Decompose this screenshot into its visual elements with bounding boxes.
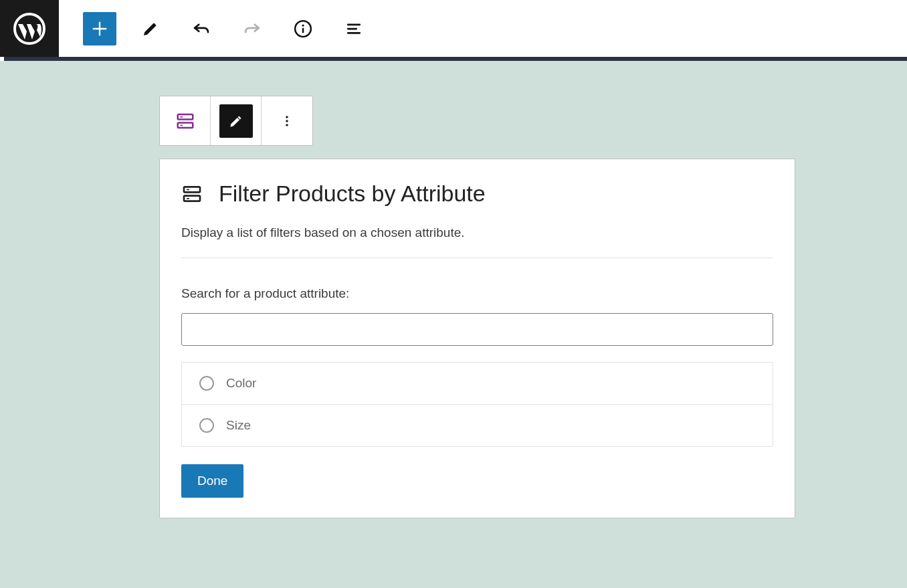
svg-point-2 <box>302 24 304 26</box>
svg-rect-7 <box>180 124 183 126</box>
info-icon <box>293 19 313 39</box>
plus-icon <box>90 19 109 38</box>
pencil-icon <box>227 112 245 130</box>
attribute-option[interactable]: Size <box>182 405 773 446</box>
tools-button[interactable] <box>134 12 167 45</box>
attribute-search-input[interactable] <box>181 313 773 346</box>
block-type-button[interactable] <box>160 96 211 145</box>
svg-point-8 <box>286 116 288 118</box>
undo-icon <box>191 19 211 39</box>
done-button[interactable]: Done <box>181 464 243 498</box>
editor-toolbar <box>59 12 371 45</box>
filter-block-icon <box>175 111 195 131</box>
svg-rect-3 <box>302 27 304 33</box>
svg-rect-4 <box>177 114 193 120</box>
svg-point-10 <box>286 124 288 126</box>
block-edit-button[interactable] <box>211 96 262 145</box>
search-label: Search for a product attribute: <box>181 286 773 301</box>
block-description: Display a list of filters based on a cho… <box>181 225 773 240</box>
add-block-button[interactable] <box>83 12 116 45</box>
outline-button[interactable] <box>337 12 371 45</box>
svg-rect-14 <box>187 198 189 199</box>
svg-point-9 <box>286 120 288 122</box>
wordpress-logo[interactable] <box>0 0 59 57</box>
svg-rect-12 <box>187 189 189 190</box>
attribute-option-label: Size <box>226 418 251 433</box>
wordpress-icon <box>13 13 45 45</box>
block-placeholder-card: Filter Products by Attribute Display a l… <box>159 159 795 518</box>
attribute-radio[interactable] <box>199 376 214 391</box>
editor-canvas: Filter Products by Attribute Display a l… <box>0 61 907 588</box>
svg-rect-11 <box>184 187 200 192</box>
undo-button[interactable] <box>185 12 218 45</box>
svg-rect-13 <box>184 195 200 201</box>
redo-button[interactable] <box>235 12 269 45</box>
attribute-option-label: Color <box>226 376 256 391</box>
filter-block-icon <box>181 183 203 205</box>
svg-rect-6 <box>177 122 193 128</box>
block-header: Filter Products by Attribute <box>181 181 773 207</box>
svg-rect-5 <box>180 116 183 118</box>
redo-icon <box>242 19 262 39</box>
block-more-button[interactable] <box>262 96 312 145</box>
attribute-options-list: Color Size <box>181 362 773 447</box>
placeholder-divider <box>181 258 773 258</box>
attribute-option[interactable]: Color <box>182 363 773 405</box>
block-title: Filter Products by Attribute <box>219 181 486 207</box>
block-edit-inner <box>219 104 253 138</box>
editor-topbar <box>0 0 907 57</box>
block-toolbar <box>159 96 313 146</box>
attribute-radio[interactable] <box>199 418 214 433</box>
more-vertical-icon <box>279 113 295 129</box>
list-icon <box>344 19 364 39</box>
details-button[interactable] <box>286 12 320 45</box>
pencil-icon <box>140 19 161 39</box>
